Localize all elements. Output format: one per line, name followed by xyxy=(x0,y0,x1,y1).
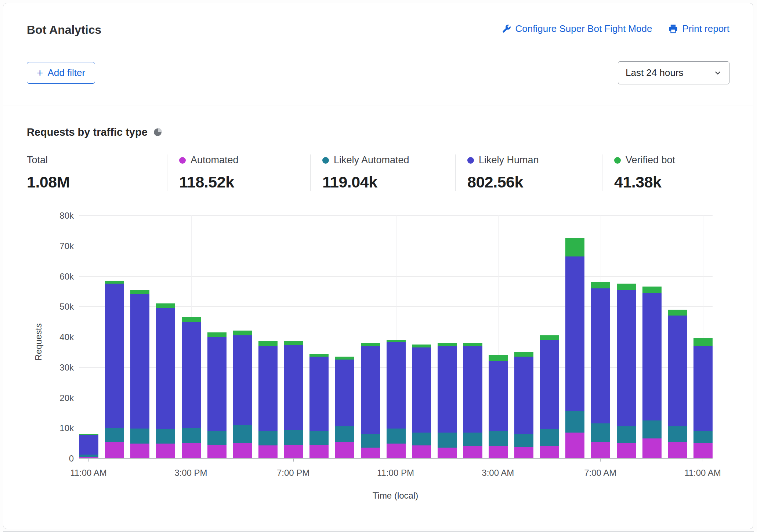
segment-verified-bot xyxy=(258,341,278,346)
segment-likely-automated xyxy=(284,430,303,445)
bar-9-00-pm[interactable] xyxy=(335,357,354,458)
segment-likely-automated xyxy=(412,433,431,446)
bar-10-00-am[interactable] xyxy=(668,310,687,458)
verified-bot-legend-dot xyxy=(614,157,621,164)
segment-verified-bot xyxy=(565,238,584,256)
bar-7-00-pm[interactable] xyxy=(284,341,303,458)
bar-11-00-am[interactable] xyxy=(79,434,98,458)
segment-automated xyxy=(565,433,584,458)
y-tick-label: 0 xyxy=(37,453,74,464)
segment-likely-human xyxy=(540,340,559,429)
segment-likely-automated xyxy=(463,433,482,446)
segment-likely-human xyxy=(156,308,175,429)
stat-value: 41.38k xyxy=(614,173,721,191)
requests-stacked-bar-chart: Requests Time (local) 010k20k30k40k50k60… xyxy=(27,211,729,507)
stat-likely-human[interactable]: Likely Human 802.56k xyxy=(455,154,602,191)
segment-likely-human xyxy=(412,347,431,433)
bar-11-00-am[interactable] xyxy=(693,338,713,458)
chevron-down-icon xyxy=(714,69,722,77)
stat-automated[interactable]: Automated 118.52k xyxy=(167,154,310,191)
stat-verified-bot[interactable]: Verified bot 41.38k xyxy=(602,154,729,191)
segment-verified-bot xyxy=(642,287,662,293)
bar-1-00-am[interactable] xyxy=(438,343,457,458)
segment-likely-automated xyxy=(489,431,508,446)
likely-human-legend-dot xyxy=(467,157,474,164)
segment-verified-bot xyxy=(361,343,380,346)
bar-4-00-am[interactable] xyxy=(514,352,533,458)
segment-automated xyxy=(79,457,98,458)
bar-3-00-pm[interactable] xyxy=(182,317,201,458)
segment-likely-human xyxy=(335,360,354,426)
bar-12-00-pm[interactable] xyxy=(105,281,124,458)
segment-likely-human xyxy=(463,346,482,433)
stat-likely-automated[interactable]: Likely Automated 119.04k xyxy=(310,154,455,191)
segment-likely-automated xyxy=(617,426,636,443)
bar-1-00-pm[interactable] xyxy=(130,290,149,458)
segment-likely-automated xyxy=(207,431,227,445)
card-header: Bot Analytics Configure Super Bot Fight … xyxy=(3,3,753,106)
x-tick-label: 11:00 AM xyxy=(684,468,721,478)
segment-automated xyxy=(642,438,662,458)
configure-super-bot-fight-mode-link[interactable]: Configure Super Bot Fight Mode xyxy=(501,23,652,34)
segment-verified-bot xyxy=(514,352,533,356)
stat-value: 1.08M xyxy=(27,173,158,191)
bar-12-00-am[interactable] xyxy=(412,345,431,458)
bar-7-00-am[interactable] xyxy=(591,282,610,458)
segment-automated xyxy=(182,443,201,458)
stat-value: 802.56k xyxy=(467,173,593,191)
segment-automated xyxy=(617,443,636,458)
bar-8-00-pm[interactable] xyxy=(309,354,329,458)
segment-verified-bot xyxy=(182,317,201,321)
plus-icon: + xyxy=(37,68,43,78)
bot-analytics-card: Bot Analytics Configure Super Bot Fight … xyxy=(3,3,753,529)
segment-likely-human xyxy=(361,346,380,434)
segment-automated xyxy=(668,442,687,459)
segment-likely-human xyxy=(79,435,98,455)
segment-automated xyxy=(438,448,457,458)
segment-verified-bot xyxy=(284,341,303,345)
bar-8-00-am[interactable] xyxy=(617,284,636,458)
bar-9-00-am[interactable] xyxy=(642,287,662,458)
x-tick-label: 3:00 PM xyxy=(174,468,207,478)
x-tick-label: 3:00 AM xyxy=(482,468,514,478)
bar-2-00-am[interactable] xyxy=(463,343,482,458)
segment-verified-bot xyxy=(233,331,252,335)
print-report-link[interactable]: Print report xyxy=(668,23,729,34)
segment-verified-bot xyxy=(463,343,482,346)
bar-10-00-pm[interactable] xyxy=(361,343,380,458)
stat-value: 119.04k xyxy=(322,173,446,191)
segment-likely-automated xyxy=(233,425,252,443)
add-filter-button[interactable]: + Add filter xyxy=(27,62,95,84)
segment-likely-automated xyxy=(182,428,201,443)
segment-automated xyxy=(540,446,559,458)
segment-likely-human xyxy=(693,346,713,431)
bar-5-00-am[interactable] xyxy=(540,335,559,458)
segment-automated xyxy=(207,445,227,458)
x-tick-label: 11:00 AM xyxy=(70,468,107,478)
segment-likely-human xyxy=(514,357,533,434)
time-range-select[interactable]: Last 24 hours xyxy=(618,61,729,84)
segment-automated xyxy=(130,444,149,458)
y-tick-label: 20k xyxy=(37,393,74,403)
segment-automated xyxy=(693,443,713,458)
bar-3-00-am[interactable] xyxy=(489,355,508,458)
bar-6-00-pm[interactable] xyxy=(258,341,278,458)
segment-likely-automated xyxy=(361,434,380,448)
segment-automated xyxy=(233,443,252,458)
segment-likely-automated xyxy=(438,433,457,448)
segment-likely-human xyxy=(130,294,149,429)
bar-4-00-pm[interactable] xyxy=(207,332,227,458)
segment-likely-automated xyxy=(668,426,687,441)
stat-value: 118.52k xyxy=(179,173,301,191)
bar-6-00-am[interactable] xyxy=(565,238,584,458)
section-title: Requests by traffic type xyxy=(27,126,148,138)
segment-automated xyxy=(105,442,124,459)
y-tick-label: 80k xyxy=(37,211,74,221)
y-tick-label: 70k xyxy=(37,241,74,251)
segment-likely-automated xyxy=(156,429,175,444)
bar-11-00-pm[interactable] xyxy=(387,340,406,458)
bar-5-00-pm[interactable] xyxy=(233,331,252,458)
y-tick-label: 60k xyxy=(37,272,74,282)
bar-2-00-pm[interactable] xyxy=(156,303,175,458)
traffic-type-stats: Total 1.08M Automated 118.52k Likely Aut… xyxy=(27,154,729,191)
